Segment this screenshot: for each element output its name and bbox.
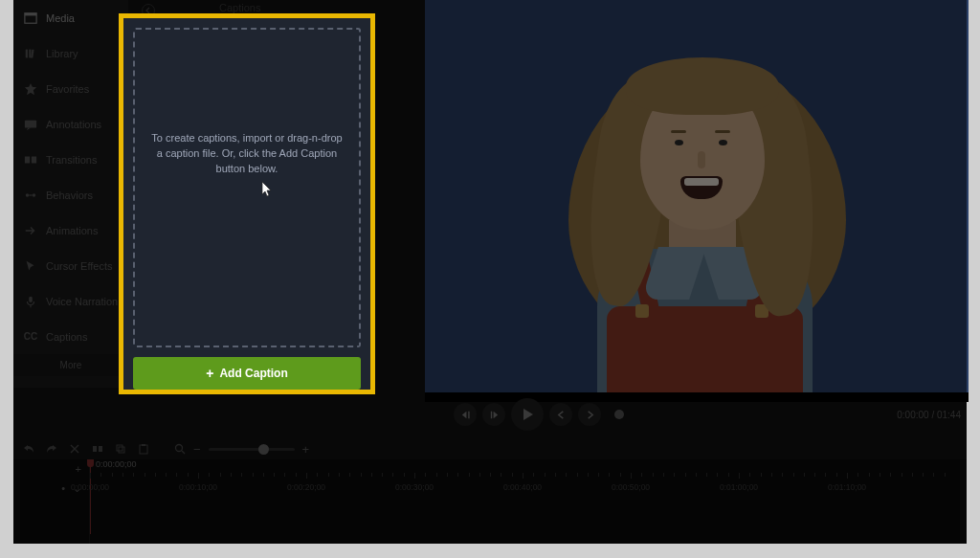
sidebar: Media Library Favorites Annotations Tran… [13,0,128,388]
star-icon [23,82,38,96]
undo-button[interactable] [23,443,34,455]
add-caption-label: Add Caption [219,367,287,380]
tick-label: 0:00:20;00 [287,482,325,492]
annotations-icon [23,118,38,131]
sidebar-item-behaviors[interactable]: Behaviors [13,177,128,212]
redo-button[interactable] [46,443,57,455]
tick-label: 0:00:10;00 [179,482,217,492]
svg-point-9 [33,193,36,197]
prev-marker-button[interactable] [549,403,572,426]
mic-icon [23,295,38,308]
behaviors-icon [23,189,38,202]
svg-point-17 [176,445,183,452]
split-button[interactable] [92,443,103,455]
tick-label: 0:00:00;00 [71,482,109,492]
sidebar-item-annotations[interactable]: Annotations [13,106,128,142]
copy-button[interactable] [115,443,126,455]
svg-rect-13 [117,445,122,451]
sidebar-item-media[interactable]: Media [13,0,128,35]
add-caption-button[interactable]: + Add Caption [133,357,361,390]
svg-point-8 [26,193,30,197]
timeline-ticks: 0:00:00;000:00:10;000:00:20;000:00:30;00… [90,473,967,484]
svg-rect-10 [29,296,33,301]
sidebar-label: Captions [46,331,87,343]
playhead-time: 0:00:00;00 [96,459,137,469]
svg-rect-14 [119,447,124,453]
cut-button[interactable] [69,443,80,455]
sidebar-more[interactable]: More [13,354,128,376]
tick-label: 0:01:00;00 [720,482,758,492]
drop-zone-text: To create captions, import or drag-n-dro… [148,131,345,177]
record-indicator[interactable] [614,410,624,419]
captions-panel-highlight: To create captions, import or drag-n-dro… [119,13,375,394]
next-frame-button[interactable] [482,403,505,426]
sidebar-label: Favorites [46,83,89,95]
svg-rect-16 [142,444,145,446]
time-readout: 0:00:00 / 01:44 [897,410,961,420]
zoom-in-button[interactable]: + [302,442,310,457]
animations-icon [23,224,38,237]
timeline-toolbar: − + [13,438,967,459]
tick-label: 0:01:10;00 [828,482,866,492]
zoom-slider[interactable] [209,448,295,451]
cc-icon: CC [23,330,38,344]
sidebar-label: Library [46,48,78,59]
timeline[interactable]: + •⌄ 0:00:00;00 0:00:00;000:00:10;000:00… [13,459,967,544]
sidebar-item-voice-narration[interactable]: Voice Narration [13,283,128,319]
track-add-button[interactable]: + [76,463,81,475]
track-toggle-icon[interactable]: • [61,482,65,494]
prev-frame-button[interactable] [454,403,477,426]
svg-rect-6 [25,156,30,163]
video-preview [425,0,969,402]
sidebar-label: Cursor Effects [46,260,113,272]
tick-label: 0:00:50;00 [612,482,650,492]
track-controls: + •⌄ [13,459,90,544]
sidebar-item-favorites[interactable]: Favorites [13,71,128,106]
sidebar-item-animations[interactable]: Animations [13,212,128,248]
svg-rect-3 [29,49,31,57]
svg-rect-11 [93,446,97,452]
playback-bar: 0:00:00 / 01:44 [425,396,969,433]
person-illustration [559,19,875,392]
svg-rect-5 [25,120,36,127]
sidebar-label: Media [46,12,75,24]
next-marker-button[interactable] [578,403,601,426]
svg-rect-12 [99,446,102,452]
svg-rect-4 [31,49,33,57]
sidebar-item-captions[interactable]: CC Captions [13,319,128,354]
plus-icon: + [206,366,213,381]
media-icon [23,11,38,25]
play-button[interactable] [511,398,544,431]
tick-label: 0:00:40;00 [503,482,542,492]
paste-button[interactable] [138,443,149,455]
sidebar-label: Annotations [46,119,101,130]
caption-drop-zone[interactable]: To create captions, import or drag-n-dro… [133,28,361,347]
sidebar-item-library[interactable]: Library [13,35,128,71]
svg-rect-15 [140,445,147,454]
pointer-cursor-icon [259,181,275,200]
cursor-icon [23,259,38,273]
transitions-icon [23,153,38,167]
sidebar-label: Voice Narration [46,296,118,307]
tick-label: 0:00:30;00 [395,482,434,492]
sidebar-item-transitions[interactable]: Transitions [13,142,128,177]
library-icon [23,47,38,60]
preview-frame [425,0,969,392]
magnifier-icon [174,443,186,455]
sidebar-label: Behaviors [46,190,93,201]
svg-rect-2 [26,49,28,57]
playhead[interactable] [90,459,91,534]
sidebar-label: Transitions [46,154,97,166]
sidebar-item-cursor-effects[interactable]: Cursor Effects [13,248,128,283]
svg-rect-7 [32,156,36,163]
app-frame: Media Library Favorites Annotations Tran… [13,0,967,544]
svg-rect-1 [25,12,36,15]
panel-title: Captions [219,2,260,13]
zoom-out-button[interactable]: − [193,442,201,457]
sidebar-label: Animations [46,225,98,236]
